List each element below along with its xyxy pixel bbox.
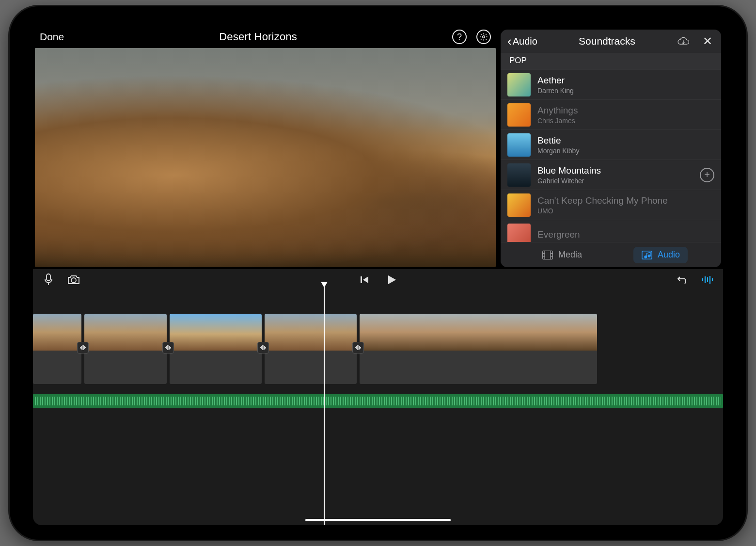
project-title: Desert Horizons: [71, 31, 445, 43]
soundtrack-row[interactable]: Can't Keep Checking My PhoneUMO: [501, 190, 721, 220]
svg-point-12: [71, 278, 76, 283]
chevron-left-icon: ‹: [507, 35, 512, 48]
audio-tab[interactable]: Audio: [633, 247, 688, 263]
album-cover: [507, 193, 531, 217]
track-title: Evergreen: [537, 229, 714, 240]
album-cover: [507, 163, 531, 187]
track-title: Anythings: [537, 105, 714, 116]
track-artist: Gabriel Witcher: [537, 177, 693, 185]
video-preview[interactable]: [35, 48, 496, 267]
camera-icon[interactable]: [67, 274, 80, 286]
transition-icon[interactable]: [352, 342, 364, 353]
done-button[interactable]: Done: [40, 31, 64, 43]
add-track-icon[interactable]: +: [700, 168, 714, 182]
timeline-clip[interactable]: [360, 314, 597, 384]
back-to-audio-button[interactable]: ‹ Audio: [507, 35, 537, 48]
track-title: Can't Keep Checking My Phone: [537, 195, 714, 206]
track-title: Aether: [537, 75, 714, 86]
soundtrack-row[interactable]: AetherDarren King: [501, 69, 721, 99]
transition-icon[interactable]: [257, 342, 269, 353]
skip-to-start-icon[interactable]: [358, 274, 371, 286]
voiceover-mic-icon[interactable]: [42, 274, 55, 286]
transition-icon[interactable]: [77, 342, 89, 353]
soundtracks-panel: ‹ Audio Soundtracks ✕ POP AetherDarren K…: [501, 30, 721, 267]
settings-gear-icon[interactable]: [476, 30, 491, 44]
track-artist: UMO: [537, 207, 714, 215]
close-icon[interactable]: ✕: [701, 34, 714, 48]
soundtrack-row[interactable]: AnythingsChris James: [501, 99, 721, 129]
album-cover: [507, 103, 531, 127]
track-artist: Darren King: [537, 87, 714, 95]
svg-point-0: [483, 36, 485, 38]
video-clips-row[interactable]: [33, 314, 723, 384]
soundtrack-row[interactable]: BettieMorgan Kibby: [501, 129, 721, 160]
timeline-clip[interactable]: [265, 314, 357, 384]
track-artist: Chris James: [537, 117, 714, 125]
audio-track[interactable]: [33, 394, 723, 408]
undo-icon[interactable]: [677, 274, 690, 286]
timeline-clip[interactable]: [84, 314, 167, 384]
track-title: Blue Mountains: [537, 165, 693, 176]
video-viewer-area: Done Desert Horizons ?: [33, 27, 498, 269]
album-cover: [507, 133, 531, 157]
filmstrip-icon: [542, 250, 553, 260]
track-title: Bettie: [537, 135, 714, 146]
transition-icon[interactable]: [162, 342, 174, 353]
album-cover: [507, 224, 531, 242]
panel-title: Soundtracks: [541, 35, 673, 47]
media-tab-label: Media: [558, 250, 582, 260]
timeline-clip[interactable]: [170, 314, 262, 384]
soundtrack-row[interactable]: Blue MountainsGabriel Witcher+: [501, 160, 721, 190]
home-indicator[interactable]: [305, 519, 451, 521]
svg-rect-11: [47, 274, 50, 281]
track-artist: Morgan Kibby: [537, 147, 714, 155]
back-label: Audio: [513, 36, 537, 47]
svg-rect-1: [543, 251, 553, 259]
cloud-download-icon[interactable]: [677, 34, 690, 48]
track-list[interactable]: AetherDarren KingAnythingsChris JamesBet…: [501, 69, 721, 242]
help-icon[interactable]: ?: [452, 30, 467, 44]
audio-tab-label: Audio: [658, 250, 680, 260]
album-cover: [507, 73, 531, 96]
music-note-icon: [641, 250, 653, 260]
viewer-header: Done Desert Horizons ?: [33, 27, 498, 47]
timeline-clip[interactable]: [33, 314, 81, 384]
soundtrack-row[interactable]: Evergreen: [501, 220, 721, 242]
track-category-label: POP: [501, 53, 721, 69]
svg-rect-13: [361, 276, 362, 283]
waveform-toggle-icon[interactable]: [701, 274, 714, 286]
timeline-area: [33, 269, 723, 525]
playhead[interactable]: [324, 286, 325, 525]
media-tab[interactable]: Media: [534, 247, 590, 263]
play-icon[interactable]: [385, 274, 398, 286]
